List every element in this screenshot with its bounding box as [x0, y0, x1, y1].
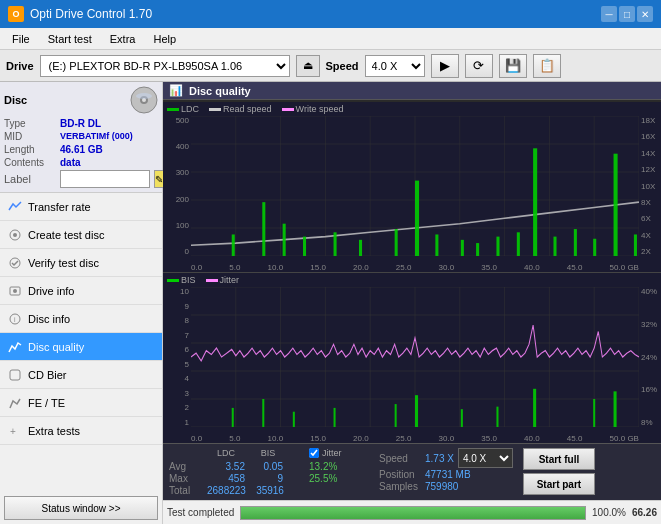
- svg-point-8: [13, 289, 17, 293]
- top-chart-svg: [191, 116, 639, 256]
- disc-title: Disc: [4, 94, 27, 106]
- svg-rect-29: [232, 234, 235, 256]
- progress-right-value: 66.26: [632, 507, 657, 518]
- maximize-button[interactable]: □: [619, 6, 635, 22]
- disc-panel: Disc Type BD-R DL MID VERBATIMf (000) Le…: [0, 82, 162, 193]
- svg-rect-32: [303, 237, 306, 256]
- svg-rect-34: [359, 240, 362, 256]
- cd-bier-icon: [8, 368, 22, 382]
- svg-rect-40: [496, 237, 499, 256]
- sidebar-item-verify-test-disc[interactable]: Verify test disc: [0, 249, 162, 277]
- stats-ldc-bis: LDC BIS Avg 3.52 0.05 Max 458 9 Total 26…: [169, 448, 299, 496]
- app-title: Opti Drive Control 1.70: [30, 7, 152, 21]
- sidebar-item-fe-te[interactable]: FE / TE: [0, 389, 162, 417]
- speed-label: Speed: [326, 60, 359, 72]
- eject-button[interactable]: ⏏: [296, 55, 320, 77]
- svg-rect-66: [293, 412, 295, 427]
- menu-extra[interactable]: Extra: [102, 31, 144, 47]
- svg-rect-69: [415, 395, 418, 427]
- start-buttons: Start full Start part: [523, 448, 595, 495]
- svg-rect-73: [593, 399, 595, 427]
- svg-rect-67: [334, 408, 336, 427]
- svg-point-3: [136, 93, 152, 99]
- extra-tests-icon: +: [8, 424, 22, 438]
- disc-info-icon: i: [8, 312, 22, 326]
- svg-rect-35: [395, 229, 398, 256]
- svg-rect-46: [614, 154, 618, 256]
- progress-bar: [240, 506, 586, 520]
- start-part-button[interactable]: Start part: [523, 473, 595, 495]
- stats-jitter: Jitter 13.2% 25.5%: [309, 448, 369, 484]
- menu-start-test[interactable]: Start test: [40, 31, 100, 47]
- bottom-chart-svg: [191, 287, 639, 427]
- transfer-rate-icon: [8, 200, 22, 214]
- svg-rect-44: [574, 229, 577, 256]
- sidebar-item-transfer-rate[interactable]: Transfer rate: [0, 193, 162, 221]
- start-full-button[interactable]: Start full: [523, 448, 595, 470]
- title-bar-left: O Opti Drive Control 1.70: [8, 6, 152, 22]
- minimize-button[interactable]: ─: [601, 6, 617, 22]
- disc-length-row: Length 46.61 GB: [4, 144, 158, 155]
- svg-rect-74: [614, 391, 617, 427]
- progress-bar-fill: [241, 507, 585, 519]
- sidebar-item-extra-tests[interactable]: + Extra tests: [0, 417, 162, 445]
- bottom-chart-y-left: 10 9 8 7 6 5 4 3 2 1: [163, 287, 191, 427]
- svg-rect-11: [10, 370, 20, 380]
- disc-mid-row: MID VERBATIMf (000): [4, 131, 158, 142]
- svg-point-5: [13, 233, 17, 237]
- status-text: Test completed: [167, 507, 234, 518]
- chart-title: Disc quality: [189, 85, 251, 97]
- sidebar-item-disc-info[interactable]: i Disc info: [0, 305, 162, 333]
- svg-rect-68: [395, 404, 397, 427]
- sidebar-item-cd-bier[interactable]: CD Bier: [0, 361, 162, 389]
- sidebar-item-create-test-disc[interactable]: Create test disc: [0, 221, 162, 249]
- svg-rect-37: [435, 234, 438, 256]
- toolbar-btn-1[interactable]: ▶: [431, 54, 459, 78]
- main-area: Disc Type BD-R DL MID VERBATIMf (000) Le…: [0, 82, 661, 524]
- svg-rect-45: [593, 239, 596, 256]
- window-controls: ─ □ ✕: [601, 6, 653, 22]
- svg-rect-41: [517, 232, 520, 256]
- progress-percent: 100.0%: [592, 507, 626, 518]
- menu-help[interactable]: Help: [145, 31, 184, 47]
- disc-label-row: Label ✎: [4, 170, 158, 188]
- svg-rect-70: [461, 409, 463, 427]
- toolbar-btn-save[interactable]: 📋: [533, 54, 561, 78]
- svg-rect-64: [232, 408, 234, 427]
- stats-speed-select[interactable]: 4.0 X: [458, 448, 513, 468]
- disc-contents-row: Contents data: [4, 157, 158, 168]
- create-disc-icon: [8, 228, 22, 242]
- svg-rect-31: [283, 224, 286, 256]
- fe-te-icon: [8, 396, 22, 410]
- svg-rect-39: [476, 243, 479, 256]
- svg-rect-65: [262, 399, 264, 427]
- menu-file[interactable]: File: [4, 31, 38, 47]
- drive-select[interactable]: (E:) PLEXTOR BD-R PX-LB950SA 1.06: [40, 55, 290, 77]
- bottom-chart-legend: BIS Jitter: [167, 275, 239, 285]
- toolbar-btn-3[interactable]: 💾: [499, 54, 527, 78]
- drive-bar: Drive (E:) PLEXTOR BD-R PX-LB950SA 1.06 …: [0, 50, 661, 82]
- svg-rect-72: [533, 389, 536, 427]
- svg-rect-36: [415, 181, 419, 256]
- chart-title-bar: 📊 Disc quality: [163, 82, 661, 100]
- speed-select[interactable]: 4.0 X: [365, 55, 425, 77]
- sidebar-item-drive-info[interactable]: Drive info: [0, 277, 162, 305]
- drive-label: Drive: [6, 60, 34, 72]
- bottom-chart-y-right: 40% 32% 24% 16% 8%: [639, 287, 661, 427]
- svg-rect-43: [553, 237, 556, 256]
- top-chart-legend: LDC Read speed Write speed: [167, 104, 343, 114]
- svg-rect-33: [334, 232, 337, 256]
- close-button[interactable]: ✕: [637, 6, 653, 22]
- disc-header: Disc: [4, 86, 158, 114]
- svg-rect-42: [533, 148, 537, 256]
- disc-type-row: Type BD-R DL: [4, 118, 158, 129]
- toolbar-btn-2[interactable]: ⟳: [465, 54, 493, 78]
- disc-label-input[interactable]: [60, 170, 150, 188]
- sidebar-item-disc-quality[interactable]: Disc quality: [0, 333, 162, 361]
- top-chart-x-axis: 0.05.010.015.020.025.030.035.040.045.050…: [191, 263, 639, 272]
- svg-rect-71: [496, 407, 498, 427]
- top-chart-y-right: 18X 16X 14X 12X 10X 8X 6X 4X 2X: [639, 116, 661, 256]
- svg-text:i: i: [14, 316, 16, 323]
- jitter-checkbox[interactable]: [309, 448, 319, 458]
- status-window-button[interactable]: Status window >>: [4, 496, 158, 520]
